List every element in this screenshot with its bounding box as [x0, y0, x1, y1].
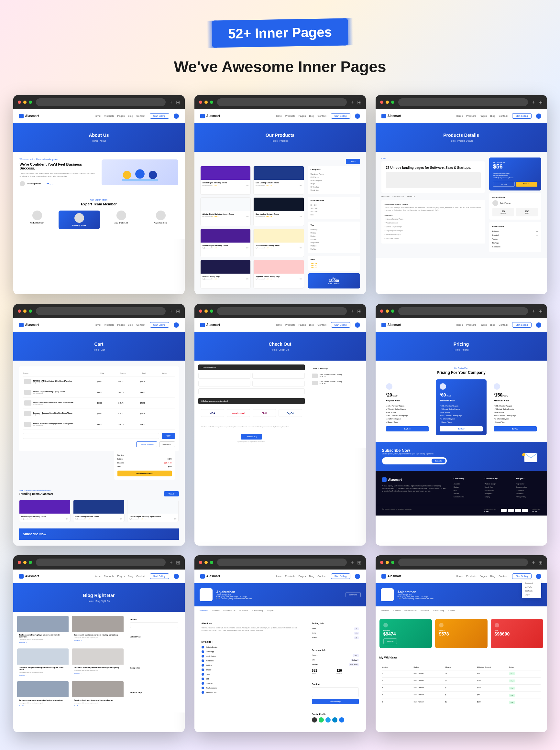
avatar — [200, 588, 213, 601]
product-card[interactable]: Apps Premium Landing Themeby Quomodosoft… — [253, 229, 304, 258]
screenshot-cart: +⊞ AlasmartHomeProductsPagesBlogContactS… — [13, 304, 185, 546]
user-dropdown[interactable]: DashboardMy ProfileEdit ProfileLogout — [522, 580, 541, 598]
nav-item[interactable]: Blog — [490, 323, 495, 326]
nav-item[interactable]: Products — [466, 323, 477, 326]
screenshot-products: +⊞ AlasmartHomeProductsPagesBlogContactS… — [195, 95, 366, 294]
nav-item[interactable]: Blog — [128, 115, 133, 117]
plan-icon — [494, 383, 500, 390]
product-card[interactable]: Saas Landing Software Themeby Quomodosof… — [253, 166, 304, 195]
email-input[interactable] — [383, 459, 432, 463]
nav-item[interactable]: Blog — [128, 323, 133, 326]
nav-item[interactable]: Contact — [317, 575, 326, 577]
nav-item[interactable]: Products — [104, 115, 114, 117]
screenshots-grid: +⊞ Alasmart HomeProductsPagesBlogContact… — [13, 95, 547, 732]
nav-item[interactable]: Pages — [117, 323, 124, 326]
blog-card[interactable]: Business company executive manager analy… — [72, 648, 124, 678]
nav-item[interactable]: Contact — [499, 575, 507, 577]
screenshot-payout: +⊞ AlasmartHomeProductsPagesBlogContactS… — [376, 555, 547, 732]
product-card[interactable]: Alfedia - Digital Marketing Themeby Quom… — [200, 229, 251, 258]
nav-item[interactable]: Contact — [499, 323, 507, 326]
nav-item[interactable]: Blog — [309, 575, 314, 577]
browser-chrome: +⊞ — [13, 95, 185, 109]
back-link[interactable]: < Back — [381, 158, 485, 159]
nav-item[interactable]: Blog — [309, 323, 314, 326]
nav-item[interactable]: Blog — [490, 575, 495, 577]
pay-method[interactable]: PayPal — [279, 409, 302, 417]
pay-method[interactable]: VISA — [201, 409, 224, 417]
svg-point-1 — [135, 169, 145, 179]
screenshot-profile: +⊞ AlasmartHomeProductsPagesBlogContactS… — [195, 555, 366, 732]
nav-item[interactable]: Blog — [490, 115, 495, 117]
nav-item[interactable]: Pages — [479, 115, 487, 117]
form-input[interactable] — [198, 373, 251, 379]
promo-box[interactable]: Get 35,000 Free Produts — [308, 273, 360, 288]
nav-item[interactable]: Pages — [117, 115, 124, 117]
avatar — [381, 588, 394, 601]
nav-item[interactable]: Products — [466, 115, 477, 117]
nav-item[interactable]: Contact — [136, 575, 145, 577]
proceed-button[interactable]: Proceed Buy — [241, 434, 262, 440]
buy-button[interactable]: Buy Now — [440, 426, 483, 431]
nav-item[interactable]: Products — [285, 323, 295, 326]
buy-button[interactable]: Buy Now — [386, 426, 429, 431]
nav-item[interactable]: Contact — [499, 115, 507, 117]
nav-item[interactable]: Products — [285, 115, 295, 117]
nav-item[interactable]: Pages — [117, 575, 124, 577]
nav-item[interactable]: Home — [275, 115, 282, 117]
product-card[interactable]: Art Web Landing Pageby Quomodosoft ★★★★★… — [200, 260, 251, 288]
nav-item[interactable]: Contact — [317, 115, 326, 117]
nav-item[interactable]: Contact — [136, 323, 145, 326]
nav-item[interactable]: Home — [456, 115, 463, 117]
nav-item[interactable]: Pages — [479, 323, 487, 326]
start-selling-button[interactable]: Start Selling — [150, 113, 169, 119]
team-card[interactable]: Abdur Rohman — [19, 210, 55, 229]
blog-card[interactable]: Business company executive laptop at mee… — [17, 681, 69, 709]
edit-profile-button[interactable]: Edit Profile — [345, 592, 360, 597]
product-card[interactable]: Saas Landing Software Themeby Quomodosof… — [253, 197, 304, 226]
blog-card[interactable]: Group of people working on business plan… — [17, 648, 69, 678]
checkout-button[interactable]: Proceed to Checkout — [117, 470, 172, 477]
plan-icon — [386, 383, 393, 390]
pay-method[interactable]: mastercard — [227, 409, 250, 417]
user-icon[interactable] — [174, 114, 179, 119]
screenshot-blog: +⊞ AlasmartHomeProductsPagesBlogContactS… — [13, 555, 185, 732]
nav-item[interactable]: Contact — [317, 323, 326, 326]
buy-button[interactable]: Buy Now — [494, 426, 537, 431]
nav-item[interactable]: Products — [104, 323, 114, 326]
team-card[interactable]: Naperton Dote — [143, 210, 179, 229]
nav-item[interactable]: Pages — [298, 323, 306, 326]
product-card[interactable]: Alfedia - Digital Marketing Agency Theme… — [200, 197, 251, 226]
blog-card[interactable]: Technology always plays an personal role… — [17, 616, 69, 645]
nav-item[interactable]: Products — [104, 575, 114, 577]
nav-item[interactable]: Pages — [298, 115, 306, 117]
nav-item[interactable]: Pages — [479, 575, 487, 577]
product-card[interactable]: Alfedia-Digital Marketing Themeby Quomod… — [200, 166, 251, 195]
nav-item[interactable]: Home — [275, 575, 282, 577]
team-card[interactable]: Abu Shaikh Ali — [103, 210, 139, 229]
blog-card[interactable]: Successful business partners having a me… — [72, 616, 124, 645]
nav-item[interactable]: Home — [275, 323, 282, 326]
nav-item[interactable]: Home — [94, 115, 101, 117]
apply-button[interactable]: Apply — [162, 433, 175, 439]
nav-item[interactable]: Home — [94, 323, 101, 326]
nav-item[interactable]: Contact — [136, 115, 145, 117]
team-card[interactable]: Blessing Pover — [59, 210, 100, 229]
nav-item[interactable]: Products — [285, 575, 295, 577]
search-button[interactable]: Search — [346, 159, 360, 164]
nav-item[interactable]: Blog — [128, 575, 133, 577]
blog-card[interactable]: Creative business team working analyzing… — [72, 681, 124, 709]
nav-item[interactable]: Products — [466, 575, 477, 577]
nav-item[interactable]: Home — [456, 575, 463, 577]
nav-item[interactable]: Home — [456, 323, 463, 326]
subscribe-button[interactable]: Subscribe — [432, 459, 445, 463]
nav-item[interactable]: Home — [94, 575, 101, 577]
screenshot-pricing: +⊞ AlasmartHomeProductsPagesBlogContactS… — [376, 304, 547, 546]
product-card[interactable]: Vegetable & Food landing pageby Quomodos… — [253, 260, 304, 288]
search-input[interactable] — [130, 622, 178, 628]
nav-item[interactable]: Pages — [298, 575, 306, 577]
subtitle: We've Awesome Inner Pages — [13, 58, 547, 76]
pay-method[interactable]: Skrill — [253, 409, 276, 417]
svg-point-2 — [148, 171, 157, 179]
nav-item[interactable]: Blog — [309, 115, 314, 117]
coupon-input[interactable] — [23, 433, 159, 439]
